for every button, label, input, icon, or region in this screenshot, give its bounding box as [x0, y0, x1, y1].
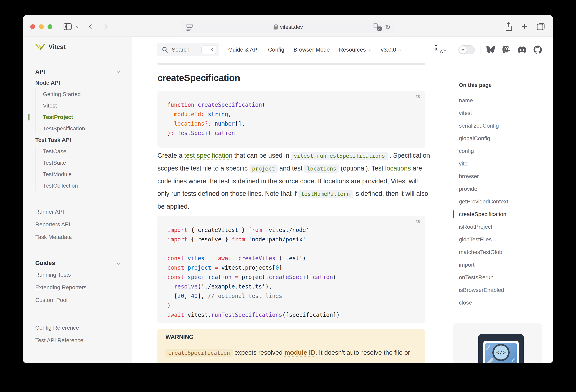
page-title: createSpecification [157, 72, 240, 83]
tab-overview-icon[interactable] [537, 23, 545, 30]
sidebar-section-api[interactable]: API [35, 67, 121, 76]
outline-item-getprovidedcontext[interactable]: getProvidedContext [459, 195, 539, 208]
sidebar-group-test-task-api[interactable]: Test Task API [35, 134, 121, 146]
nav-link-label: v3.0.0 [381, 47, 396, 53]
browser-window: vitest.dev A ↻ + [23, 15, 553, 363]
code-lang-badge: ts [416, 218, 420, 224]
outline-item-provide[interactable]: provide [459, 182, 539, 195]
top-navbar: Search ⌘ K Guide & APIConfigBrowser Mode… [132, 37, 553, 63]
outline-item-name[interactable]: name [459, 94, 539, 107]
translate-icon[interactable]: A [373, 24, 382, 31]
reload-icon[interactable]: ↻ [385, 24, 391, 30]
code-line: moduleId: string, [167, 110, 425, 119]
sidebar-item-getting-started[interactable]: Getting Started [36, 89, 121, 100]
nav-link-config[interactable]: Config [268, 47, 284, 53]
sidebar-item-custom-pool[interactable]: Custom Pool [35, 294, 121, 306]
sidebar-item-testspecification[interactable]: TestSpecification [36, 123, 121, 134]
outline-item-isbrowserenabled[interactable]: isBrowserEnabled [459, 284, 539, 296]
outline-item-vite[interactable]: vite [459, 157, 539, 170]
search-shortcut-badge: ⌘ K [201, 46, 216, 54]
sidebar-item-runner-api[interactable]: Runner API [35, 206, 121, 218]
forward-button[interactable] [102, 24, 107, 29]
nav-link-v3-0-0[interactable]: v3.0.0 [381, 47, 402, 53]
inline-code[interactable]: vitest.runTestSpecifications [291, 152, 388, 160]
code-line: function createSpecification( [167, 100, 425, 110]
code-line: [20, 40], // optional test lines [167, 291, 425, 301]
chevron-down-icon [399, 48, 402, 51]
lock-icon [274, 25, 278, 30]
sidebar-toggle-icon[interactable] [64, 23, 72, 30]
nav-link-label: Resources [339, 47, 366, 53]
outline-item-isrootproject[interactable]: isRootProject [459, 220, 539, 233]
zoom-window-button[interactable] [48, 24, 52, 29]
language-menu[interactable]: ¨xA [434, 45, 447, 54]
address-bar[interactable]: vitest.dev A ↻ [181, 21, 395, 33]
translate-icon: ¨xA [434, 45, 444, 54]
inline-code: createSpecification [166, 349, 233, 357]
sponsor-card[interactable]: </> [453, 323, 542, 363]
sidebar-divider [35, 318, 121, 318]
outline-item-ontestsrerun[interactable]: onTestsRerun [459, 271, 539, 284]
github-icon[interactable] [533, 45, 542, 54]
outline-item-globalconfig[interactable]: globalConfig [459, 132, 539, 145]
discord-icon[interactable] [518, 45, 526, 54]
divider [429, 46, 429, 54]
nav-link-browser-mode[interactable]: Browser Mode [293, 47, 330, 53]
sidebar-item-testcase[interactable]: TestCase [36, 146, 121, 157]
inline-link[interactable]: test specification [184, 152, 232, 159]
sidebar-item-vitest[interactable]: Vitest [36, 100, 121, 111]
outline-list: namevitestserializedConfigglobalConfigco… [453, 94, 539, 309]
back-button[interactable] [89, 24, 93, 29]
sidebar-item-testproject[interactable]: TestProject [36, 111, 121, 123]
inline-code[interactable]: testNamePattern [298, 190, 353, 198]
bluesky-icon[interactable] [486, 45, 495, 54]
sidebar-section-label: Guides [35, 260, 55, 266]
search-button[interactable]: Search ⌘ K [157, 43, 219, 56]
nav-link-resources[interactable]: Resources [339, 47, 372, 53]
share-icon[interactable] [506, 23, 512, 31]
sidebar-item-testmodule[interactable]: TestModule [36, 169, 121, 180]
outline-item-vitest[interactable]: vitest [459, 107, 539, 119]
code-lang-badge: ts [416, 93, 420, 99]
site-title: Vitest [49, 43, 66, 51]
outline-item-import[interactable]: import [459, 258, 539, 271]
sidebar-group-node-api[interactable]: Node API [35, 77, 121, 89]
outline-item-config[interactable]: config [459, 145, 539, 157]
sidebar-item-running-tests[interactable]: Running Tests [35, 269, 121, 281]
sidebar-section-label: API [35, 68, 45, 75]
sidebar-item-reporters-api[interactable]: Reporters API [35, 218, 121, 231]
theme-toggle[interactable]: ☀ [459, 45, 475, 54]
vitest-logo[interactable]: Vitest [35, 40, 121, 54]
code-line: ): TestSpecification [167, 128, 425, 138]
outline-item-createspecification[interactable]: createSpecification [459, 208, 539, 220]
mastodon-icon[interactable] [502, 45, 511, 54]
code-block-signature: ts function createSpecification( moduleI… [157, 91, 425, 148]
outline-item-serializedconfig[interactable]: serializedConfig [459, 119, 539, 132]
outline-item-globtestfiles[interactable]: globTestFiles [459, 233, 539, 246]
outline-item-close[interactable]: close [459, 296, 539, 309]
sidebar-item-testcollection[interactable]: TestCollection [36, 180, 121, 191]
close-window-button[interactable] [30, 24, 35, 29]
code-block-example: ts import { createVitest } from 'vitest/… [157, 216, 425, 323]
chevron-down-icon [443, 48, 446, 51]
code-line: resolve('./example.test.ts'), [167, 282, 425, 291]
outline-item-matchestestglob[interactable]: matchesTestGlob [459, 246, 539, 258]
body-text: (optional). Test [339, 165, 385, 172]
minimize-window-button[interactable] [39, 24, 44, 29]
nav-link-guide-api[interactable]: Guide & API [228, 47, 259, 53]
sidebar-item-task-metadata[interactable]: Task Metadata [35, 231, 121, 243]
sidebar-item-test-api-reference[interactable]: Test API Reference [35, 334, 121, 347]
inline-link[interactable]: locations [385, 165, 411, 172]
warning-title: WARNING [166, 334, 417, 340]
page-body: Vitest APINode APIGetting StartedVitestT… [23, 37, 553, 363]
code-line: locations?: number[], [167, 119, 425, 128]
sidebar-item-extending-reporters[interactable]: Extending Reporters [35, 281, 121, 294]
new-tab-icon[interactable]: + [522, 23, 528, 31]
outline-item-browser[interactable]: browser [459, 170, 539, 182]
sidebar-item-testsuite[interactable]: TestSuite [36, 157, 121, 169]
sidebar-section-guides[interactable]: Guides [35, 258, 121, 268]
inline-link[interactable]: module ID [284, 349, 316, 357]
chevron-down-icon[interactable] [76, 25, 79, 28]
sidebar-item-config-reference[interactable]: Config Reference [35, 321, 121, 334]
doc-content: createSpecification ts function createSp… [132, 63, 553, 363]
